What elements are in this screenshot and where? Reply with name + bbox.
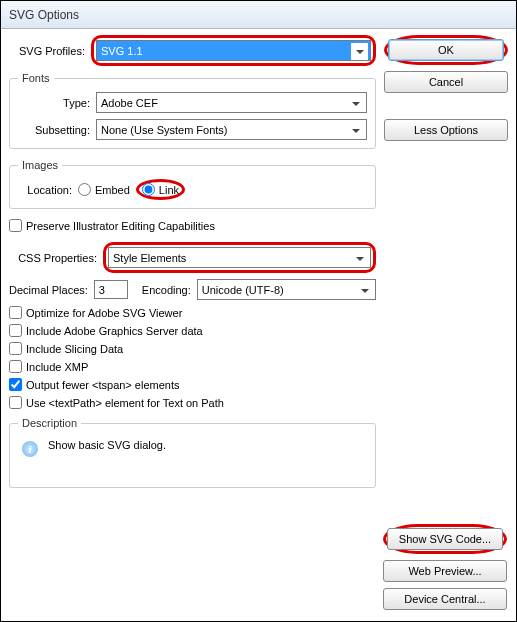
fonts-group: Fonts Type: Adobe CEF Subsetting: None (… [9,72,376,149]
device-central-button[interactable]: Device Central... [383,588,507,610]
include-slicing-label: Include Slicing Data [26,343,123,355]
decimal-label: Decimal Places: [9,284,88,296]
description-text: Show basic SVG dialog. [48,439,166,477]
use-textpath-check[interactable] [9,396,22,409]
font-subsetting-combo[interactable]: None (Use System Fonts) [96,119,367,140]
images-location-label: Location: [18,184,72,196]
font-subsetting-label: Subsetting: [18,124,90,136]
include-graphics-label: Include Adobe Graphics Server data [26,325,203,337]
font-type-value: Adobe CEF [101,97,158,109]
chevron-down-icon [356,282,373,299]
cancel-button[interactable]: Cancel [384,71,508,93]
description-group: Description i Show basic SVG dialog. [9,417,376,488]
svg-profiles-value: SVG 1.1 [101,45,143,57]
fonts-legend: Fonts [18,72,54,84]
ok-button[interactable]: OK [388,39,504,61]
svg-profiles-highlight: SVG 1.1 [91,35,376,66]
use-textpath-label: Use <textPath> element for Text on Path [26,397,224,409]
encoding-value: Unicode (UTF-8) [202,284,284,296]
svg-profiles-combo[interactable]: SVG 1.1 [96,40,371,61]
embed-radio[interactable] [78,183,91,196]
output-tspan-check[interactable] [9,378,22,391]
svg-profiles-label: SVG Profiles: [9,45,85,57]
include-slicing-check[interactable] [9,342,22,355]
encoding-combo[interactable]: Unicode (UTF-8) [197,279,376,300]
css-props-label: CSS Properties: [9,252,97,264]
description-legend: Description [18,417,81,429]
include-xmp-check[interactable] [9,360,22,373]
include-xmp-label: Include XMP [26,361,88,373]
css-props-value: Style Elements [113,252,186,264]
decimal-input[interactable] [94,280,128,299]
optimize-viewer-check[interactable] [9,306,22,319]
window-title: SVG Options [9,8,79,22]
encoding-label: Encoding: [142,284,191,296]
images-legend: Images [18,159,62,171]
link-highlight: Link [136,179,185,200]
show-svg-button[interactable]: Show SVG Code... [387,528,503,550]
chevron-down-icon [351,43,368,60]
link-radio-label[interactable]: Link [142,183,179,196]
ok-highlight: OK [384,35,508,65]
less-options-button[interactable]: Less Options [384,119,508,141]
optimize-viewer-label: Optimize for Adobe SVG Viewer [26,307,182,319]
link-radio[interactable] [142,183,155,196]
web-preview-button[interactable]: Web Preview... [383,560,507,582]
embed-radio-label[interactable]: Embed [78,183,130,196]
css-props-combo[interactable]: Style Elements [108,247,371,268]
chevron-down-icon [347,95,364,112]
css-props-highlight: Style Elements [103,242,376,273]
preserve-check[interactable] [9,219,22,232]
title-bar: SVG Options [1,1,516,29]
font-type-combo[interactable]: Adobe CEF [96,92,367,113]
preserve-label: Preserve Illustrator Editing Capabilitie… [26,220,215,232]
images-group: Images Location: Embed Link [9,159,376,209]
chevron-down-icon [347,122,364,139]
font-type-label: Type: [18,97,90,109]
output-tspan-label: Output fewer <tspan> elements [26,379,179,391]
font-subsetting-value: None (Use System Fonts) [101,124,228,136]
info-icon: i [22,441,38,457]
include-graphics-check[interactable] [9,324,22,337]
chevron-down-icon [351,250,368,267]
show-svg-highlight: Show SVG Code... [383,524,507,554]
